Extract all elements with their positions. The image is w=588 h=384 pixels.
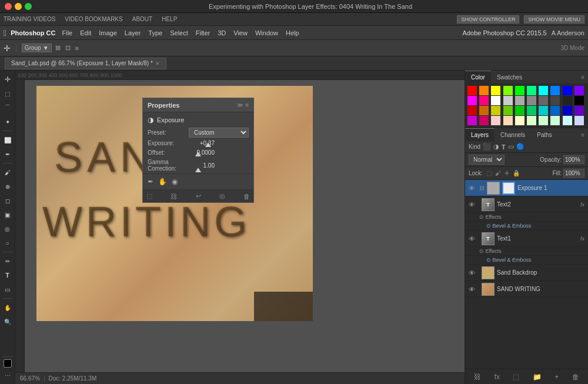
color-swatch[interactable] <box>503 116 513 125</box>
color-swatch[interactable] <box>563 106 572 115</box>
extras-tool[interactable]: ⋯ <box>1 369 14 382</box>
props-delete-icon[interactable]: 🗑 <box>243 193 250 200</box>
color-swatch[interactable] <box>527 116 536 125</box>
color-swatch[interactable] <box>550 96 560 105</box>
layer-item-sand-writing[interactable]: 👁 SAND WRITING <box>465 281 588 298</box>
link-layers-icon[interactable]: ⛓ <box>474 373 481 381</box>
select-tool[interactable]: ⬚ <box>1 87 14 100</box>
color-swatch[interactable] <box>515 106 524 115</box>
props-eyedropper-icon[interactable]: ✒ <box>148 178 153 186</box>
layer-visibility-text2[interactable]: 👁 <box>469 201 477 208</box>
color-swatch[interactable] <box>467 96 477 105</box>
color-swatch[interactable] <box>515 96 524 105</box>
color-swatch[interactable] <box>515 86 524 95</box>
menu-type[interactable]: Type <box>145 26 166 40</box>
foreground-color[interactable] <box>4 359 12 368</box>
color-swatch[interactable] <box>491 96 500 105</box>
color-swatch[interactable] <box>467 86 477 95</box>
zoom-tool[interactable]: 🔍 <box>1 315 14 328</box>
tab-swatches[interactable]: Swatches <box>491 71 528 84</box>
move-tool[interactable]: ✛ <box>1 73 14 86</box>
menu-layer[interactable]: Layer <box>121 26 145 40</box>
fill-input[interactable]: 100% <box>563 169 584 178</box>
kind-icon-adjust[interactable]: ◑ <box>493 143 499 151</box>
color-swatch[interactable] <box>574 116 584 125</box>
color-swatch[interactable] <box>563 96 572 105</box>
props-visibility-icon[interactable]: ◎ <box>219 192 225 200</box>
hand-tool[interactable]: ✋ <box>1 301 14 314</box>
kind-icon-smart[interactable]: 🔵 <box>516 143 524 151</box>
properties-menu-icon[interactable]: ≡ <box>245 102 249 108</box>
properties-controls[interactable]: ≫ ≡ <box>237 102 249 108</box>
opacity-input[interactable]: 100% <box>563 155 584 164</box>
color-swatch[interactable] <box>550 116 560 125</box>
color-swatch[interactable] <box>550 106 560 115</box>
blur-tool[interactable]: ◎ <box>1 222 14 235</box>
crop-tool[interactable]: ⬜ <box>1 133 14 146</box>
color-swatch[interactable] <box>574 106 584 115</box>
color-swatch[interactable] <box>574 96 584 105</box>
color-swatch[interactable] <box>503 86 513 95</box>
new-layer-icon[interactable]: + <box>554 373 559 381</box>
layer-visibility-sand-writing[interactable]: 👁 <box>469 286 477 293</box>
delete-layer-icon[interactable]: 🗑 <box>572 373 579 381</box>
group-dropdown[interactable]: Group ▼ <box>22 44 52 52</box>
add-mask-icon[interactable]: ⬚ <box>513 373 519 381</box>
kind-icon-shape[interactable]: ▭ <box>508 143 514 151</box>
lock-all-icon[interactable]: 🔒 <box>513 170 520 176</box>
color-swatch[interactable] <box>467 116 477 125</box>
minimize-button[interactable] <box>15 3 22 10</box>
brush-tool[interactable]: 🖌 <box>1 166 14 179</box>
canvas-area[interactable]: 100 200 300 400 500 600 700 800 900 1000… <box>15 71 465 384</box>
color-swatch[interactable] <box>479 96 489 105</box>
align-icon-1[interactable]: ⊞ <box>54 44 62 52</box>
help-link[interactable]: HELP <box>162 16 177 22</box>
pen-tool[interactable]: ✏ <box>1 255 14 268</box>
blend-mode-dropdown[interactable]: Normal <box>469 155 505 165</box>
props-clip-icon[interactable]: ↩ <box>196 192 201 200</box>
about-link[interactable]: ABOUT <box>132 16 152 22</box>
menu-help[interactable]: Help <box>282 26 303 40</box>
layers-panel-menu-icon[interactable]: ≡ <box>581 132 588 138</box>
tab-channels[interactable]: Channels <box>495 128 531 141</box>
color-swatch[interactable] <box>563 116 572 125</box>
layer-fx-text1[interactable]: fx <box>580 236 584 242</box>
kind-icon-pixel[interactable]: ⬛ <box>483 143 491 151</box>
color-swatch[interactable] <box>539 96 548 105</box>
align-icon-3[interactable]: ≡ <box>74 45 80 52</box>
tab-paths[interactable]: Paths <box>531 128 558 141</box>
video-bookmarks-link[interactable]: VIDEO BOOKMARKS <box>65 16 122 22</box>
show-controller-button[interactable]: SHOW CONTROLLER <box>457 15 519 24</box>
eyedropper-tool[interactable]: ✒ <box>1 148 14 161</box>
lasso-tool[interactable]: ⌒ <box>1 101 14 114</box>
color-swatch[interactable] <box>539 106 548 115</box>
tab-layers[interactable]: Layers <box>465 128 495 141</box>
layer-fx-text2[interactable]: fx <box>580 202 584 208</box>
color-swatch[interactable] <box>539 116 548 125</box>
color-swatch[interactable] <box>479 86 489 95</box>
menu-edit[interactable]: Edit <box>76 26 95 40</box>
canvas-content[interactable]: SAND WRITING Properties ≫ ≡ ◑ Exposure <box>25 80 465 372</box>
menu-window[interactable]: Window <box>252 26 282 40</box>
menu-view[interactable]: View <box>230 26 251 40</box>
kind-icon-type[interactable]: T <box>502 143 506 151</box>
tab-close-icon[interactable]: ✕ <box>155 61 160 66</box>
layer-visibility-text1[interactable]: 👁 <box>469 235 477 242</box>
show-movie-menu-button[interactable]: SHOW MOVIE MENU <box>524 15 584 24</box>
user-name[interactable]: A Anderson <box>552 29 584 36</box>
document-tab[interactable]: Sand_Lab.psd @ 66.7% (Exposure 1, Layer … <box>5 58 166 69</box>
training-videos-link[interactable]: TRAINING VIDEOS <box>4 16 55 22</box>
lock-position-icon[interactable]: ✛ <box>505 170 509 176</box>
add-fx-icon[interactable]: fx <box>495 373 500 381</box>
color-swatch[interactable] <box>515 116 524 125</box>
layer-item-exposure1[interactable]: 👁 ⛓ Exposure 1 <box>465 180 588 196</box>
color-swatch[interactable] <box>491 106 500 115</box>
lock-transparent-icon[interactable]: ⬚ <box>486 170 492 176</box>
menu-file[interactable]: File <box>59 26 76 40</box>
color-swatch[interactable] <box>527 86 536 95</box>
close-button[interactable] <box>5 3 12 10</box>
props-hand-icon[interactable]: ✋ <box>158 178 167 186</box>
layer-visibility-sand-backdrop[interactable]: 👁 <box>469 269 477 276</box>
layer-item-sand-backdrop[interactable]: 👁 Sand Backdrop <box>465 265 588 281</box>
dodge-tool[interactable]: ○ <box>1 236 14 249</box>
